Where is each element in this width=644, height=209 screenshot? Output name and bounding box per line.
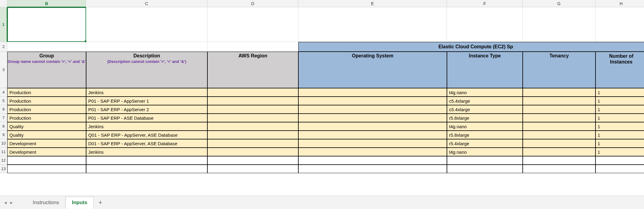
- cell-E1[interactable]: [298, 7, 447, 42]
- cell-D11[interactable]: [207, 148, 298, 156]
- cell-G10[interactable]: [523, 139, 595, 148]
- cell-D8[interactable]: [207, 122, 298, 131]
- cell-H9[interactable]: 1: [595, 131, 644, 139]
- cell-F7[interactable]: r5.8xlarge: [447, 114, 523, 122]
- row-header-1[interactable]: 1: [0, 7, 7, 42]
- tab-nav-prev[interactable]: ◄: [2, 200, 8, 206]
- hdr-instance-type[interactable]: Instance Type: [447, 52, 523, 88]
- cell-G4[interactable]: [523, 88, 595, 97]
- cell-B4[interactable]: Production: [7, 88, 86, 97]
- cell-G6[interactable]: [523, 105, 595, 114]
- cell-B10[interactable]: Development: [7, 139, 86, 148]
- cell-E13[interactable]: [298, 165, 447, 173]
- col-header-F[interactable]: F: [447, 0, 523, 7]
- cell-C6[interactable]: P01 - SAP ERP - AppServer 2: [86, 105, 207, 114]
- cell-B1[interactable]: [7, 7, 86, 42]
- cell-B9[interactable]: Quality: [7, 131, 86, 139]
- tab-instructions[interactable]: Instructions: [27, 197, 65, 208]
- cell-C7[interactable]: P01 - SAP ERP - ASE Database: [86, 114, 207, 122]
- row-header-6[interactable]: 6: [0, 105, 7, 114]
- cell-F10[interactable]: r5.4xlarge: [447, 139, 523, 148]
- cell-F1[interactable]: [447, 7, 523, 42]
- cell-E10[interactable]: [298, 139, 447, 148]
- cell-C11[interactable]: Jenkins: [86, 148, 207, 156]
- hdr-description[interactable]: Description (Description cannot contain …: [86, 52, 207, 88]
- cell-F6[interactable]: c5.4xlarge: [447, 105, 523, 114]
- cell-B13[interactable]: [7, 165, 86, 173]
- cell-D6[interactable]: [207, 105, 298, 114]
- row-header-13[interactable]: 13: [0, 165, 7, 173]
- col-header-E[interactable]: E: [298, 0, 447, 7]
- cell-F12[interactable]: [447, 156, 523, 165]
- cell-E4[interactable]: [298, 88, 447, 97]
- cell-H13[interactable]: [595, 165, 644, 173]
- cell-C9[interactable]: Q01 - SAP ERP - AppServer, ASE Database: [86, 131, 207, 139]
- cell-E11[interactable]: [298, 148, 447, 156]
- row-header-7[interactable]: 7: [0, 114, 7, 122]
- row-header-12[interactable]: 12: [0, 156, 7, 165]
- cell-G7[interactable]: [523, 114, 595, 122]
- col-header-B[interactable]: B: [7, 0, 86, 7]
- cell-D2[interactable]: [207, 42, 298, 52]
- cell-E12[interactable]: [298, 156, 447, 165]
- cell-B6[interactable]: Production: [7, 105, 86, 114]
- cell-H7[interactable]: 1: [595, 114, 644, 122]
- cell-D9[interactable]: [207, 131, 298, 139]
- cell-C13[interactable]: [86, 165, 207, 173]
- cell-B2[interactable]: [7, 42, 86, 52]
- cell-E8[interactable]: [298, 122, 447, 131]
- cell-B8[interactable]: Quality: [7, 122, 86, 131]
- cell-G11[interactable]: [523, 148, 595, 156]
- merged-ec2-header[interactable]: Elastic Cloud Compute (EC2) Sp: [298, 42, 644, 52]
- cell-G8[interactable]: [523, 122, 595, 131]
- cell-D10[interactable]: [207, 139, 298, 148]
- cell-D7[interactable]: [207, 114, 298, 122]
- select-all-corner[interactable]: [0, 0, 7, 7]
- row-header-2[interactable]: 2: [0, 42, 7, 52]
- cell-F8[interactable]: t4g.nano: [447, 122, 523, 131]
- row-header-11[interactable]: 11: [0, 148, 7, 156]
- cell-G1[interactable]: [523, 7, 595, 42]
- cell-H11[interactable]: 1: [595, 148, 644, 156]
- hdr-num-instances[interactable]: Number of Instances: [595, 52, 644, 88]
- col-header-H[interactable]: H: [595, 0, 644, 7]
- cell-H10[interactable]: 1: [595, 139, 644, 148]
- cell-G5[interactable]: [523, 97, 595, 105]
- cell-D13[interactable]: [207, 165, 298, 173]
- cell-F4[interactable]: t4g.nano: [447, 88, 523, 97]
- cell-H5[interactable]: 1: [595, 97, 644, 105]
- cell-C8[interactable]: Jenkins: [86, 122, 207, 131]
- row-header-3[interactable]: 3: [0, 52, 7, 88]
- cell-C2[interactable]: [86, 42, 207, 52]
- cell-F9[interactable]: r5.8xlarge: [447, 131, 523, 139]
- hdr-os[interactable]: Operating System: [298, 52, 447, 88]
- cell-B12[interactable]: [7, 156, 86, 165]
- hdr-region[interactable]: AWS Region: [207, 52, 298, 88]
- cell-C5[interactable]: P01 - SAP ERP - AppServer 1: [86, 97, 207, 105]
- cell-D4[interactable]: [207, 88, 298, 97]
- cell-E9[interactable]: [298, 131, 447, 139]
- cell-F13[interactable]: [447, 165, 523, 173]
- cell-C12[interactable]: [86, 156, 207, 165]
- cell-E5[interactable]: [298, 97, 447, 105]
- cell-F11[interactable]: t4g.nano: [447, 148, 523, 156]
- cell-D12[interactable]: [207, 156, 298, 165]
- col-header-D[interactable]: D: [207, 0, 298, 7]
- cell-B5[interactable]: Production: [7, 97, 86, 105]
- row-header-10[interactable]: 10: [0, 139, 7, 148]
- cell-B11[interactable]: Development: [7, 148, 86, 156]
- tab-inputs[interactable]: Inputs: [65, 197, 94, 209]
- cell-G9[interactable]: [523, 131, 595, 139]
- cell-H6[interactable]: 1: [595, 105, 644, 114]
- cell-C1[interactable]: [86, 7, 207, 42]
- row-header-9[interactable]: 9: [0, 131, 7, 139]
- cell-C10[interactable]: D01 - SAP ERP - AppServer, ASE Database: [86, 139, 207, 148]
- cell-D5[interactable]: [207, 97, 298, 105]
- row-header-4[interactable]: 4: [0, 88, 7, 97]
- hdr-group[interactable]: Group (Group name cannot contain '>', '<…: [7, 52, 86, 88]
- cell-H12[interactable]: [595, 156, 644, 165]
- cell-H1[interactable]: [595, 7, 644, 42]
- cell-G12[interactable]: [523, 156, 595, 165]
- row-header-8[interactable]: 8: [0, 122, 7, 131]
- cell-E7[interactable]: [298, 114, 447, 122]
